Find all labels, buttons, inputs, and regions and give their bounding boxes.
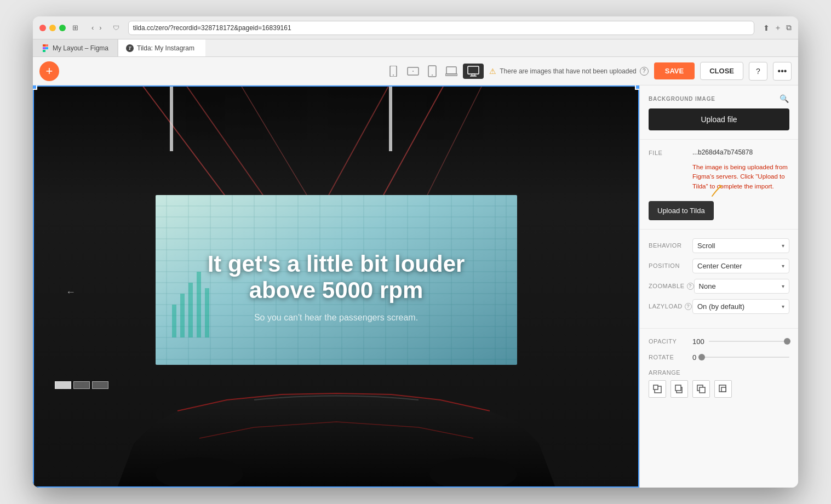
position-dropdown[interactable]: Center Center ▾ — [692, 259, 789, 273]
svg-rect-4 — [43, 50, 45, 52]
svg-point-10 — [432, 75, 433, 76]
behavior-section: BEHAVIOR Scroll ▾ POSITION Center Center… — [640, 230, 798, 329]
rotate-slider-thumb[interactable] — [698, 354, 705, 360]
question-button[interactable]: ? — [749, 62, 767, 81]
position-row: POSITION Center Center ▾ — [649, 259, 789, 273]
arrow-decoration-svg — [709, 182, 726, 199]
nav-buttons: ‹ › — [89, 22, 104, 33]
lazyload-help-icon[interactable]: ? — [685, 303, 692, 310]
behavior-dropdown[interactable]: Scroll ▾ — [692, 238, 789, 253]
main-content: It get's a little bit louder above 5000 … — [33, 85, 798, 488]
control-item-1 — [55, 381, 71, 389]
upload-file-button[interactable]: Upload file — [649, 108, 789, 130]
lazyload-row: LAZYLOAD ? On (by default) ▾ — [649, 299, 789, 314]
zoomable-help-icon[interactable]: ? — [687, 283, 694, 290]
minimize-traffic-light[interactable] — [49, 25, 56, 31]
zoomable-dropdown[interactable]: None ▾ — [694, 279, 789, 294]
canvas-area[interactable]: It get's a little bit louder above 5000 … — [33, 85, 639, 488]
svg-rect-3 — [45, 47, 48, 49]
url-text: tilda.cc/zero/?recordid=328718172&pageid… — [133, 24, 291, 32]
background-image-section: BACKGROUND IMAGE 🔍 Upload file — [640, 85, 798, 140]
arrange-bring-front-btn[interactable] — [649, 380, 666, 398]
back-btn[interactable]: ‹ — [89, 22, 96, 33]
car-body-svg — [90, 312, 583, 488]
arrange-icons-group — [649, 380, 789, 398]
traffic-lights — [39, 25, 66, 31]
sidebar-toggle-btn[interactable]: ⊞ — [70, 22, 81, 33]
svg-rect-14 — [472, 74, 475, 76]
zoomable-label-group: ZOOMABLE ? — [649, 283, 694, 290]
forward-btn[interactable]: › — [97, 22, 104, 33]
save-button[interactable]: SAVE — [654, 62, 695, 79]
upload-tilda-button[interactable]: Upload to Tilda — [649, 201, 714, 220]
warning-help-icon[interactable]: ? — [640, 67, 649, 76]
more-options-button[interactable]: ••• — [773, 62, 792, 81]
file-row: FILE ...b268d4a7b745878 — [649, 148, 789, 156]
svg-rect-69 — [700, 387, 705, 393]
bottom-controls-section: OPACITY 100 ROTATE 0 — [640, 329, 798, 406]
behavior-label: BEHAVIOR — [649, 242, 692, 249]
close-button[interactable]: CLOSE — [700, 62, 743, 80]
url-bar[interactable]: tilda.cc/zero/?recordid=328718172&pageid… — [128, 21, 754, 35]
chevron-down-icon: ▾ — [782, 243, 784, 249]
lazyload-label-group: LAZYLOAD ? — [649, 303, 692, 310]
svg-rect-1 — [45, 44, 48, 47]
svg-rect-13 — [468, 66, 479, 74]
svg-rect-12 — [445, 74, 457, 76]
zoomable-row: ZOOMABLE ? None ▾ — [649, 279, 789, 294]
svg-rect-15 — [470, 76, 477, 77]
rotate-slider[interactable] — [701, 357, 789, 358]
mobile-device-btn[interactable] — [385, 64, 402, 79]
svg-point-8 — [412, 71, 414, 72]
warning-icon: ⚠ — [489, 67, 496, 76]
svg-rect-65 — [654, 385, 658, 390]
tab-figma[interactable]: My Layout – Figma — [33, 39, 118, 56]
tilda-icon: T — [126, 44, 134, 52]
section-title-bg: BACKGROUND IMAGE 🔍 — [649, 94, 789, 103]
chevron-down-icon-3: ▾ — [782, 283, 784, 289]
tab-bar: My Layout – Figma T Tilda: My Instagram — [33, 39, 798, 57]
warning-text: There are images that have not been uplo… — [500, 67, 637, 75]
figma-icon — [42, 44, 49, 52]
share-btn[interactable]: ⬆ — [763, 24, 770, 32]
sub-headline: So you can't hear the passengers scream. — [185, 312, 488, 322]
opacity-slider-thumb[interactable] — [784, 338, 790, 345]
add-block-btn[interactable]: + — [39, 61, 59, 81]
maximize-traffic-light[interactable] — [59, 25, 66, 31]
tablet-portrait-btn[interactable] — [425, 63, 440, 79]
behavior-row: BEHAVIOR Scroll ▾ — [649, 238, 789, 253]
position-label: POSITION — [649, 262, 692, 269]
arrange-send-back-btn[interactable] — [714, 380, 732, 398]
arrange-section: ARRANGE — [649, 369, 789, 398]
opacity-label: OPACITY — [649, 338, 692, 345]
tab-tilda-label: Tilda: My Instagram — [137, 44, 194, 52]
window-btn[interactable]: ⧉ — [786, 23, 792, 32]
arrange-backward-btn[interactable] — [692, 380, 710, 398]
laptop-btn[interactable] — [442, 64, 461, 78]
file-info-section: FILE ...b268d4a7b745878 The image is bei… — [640, 140, 798, 230]
tab-tilda[interactable]: T Tilda: My Instagram — [118, 39, 205, 56]
upload-tilda-wrapper: Upload to Tilda — [649, 198, 714, 220]
svg-rect-67 — [675, 385, 681, 391]
desktop-btn[interactable] — [463, 64, 484, 79]
security-shield-icon: 🛡 — [113, 24, 119, 32]
close-traffic-light[interactable] — [39, 25, 46, 31]
opacity-value: 100 — [692, 337, 704, 346]
rotate-row: ROTATE 0 — [649, 353, 789, 362]
arrange-label: ARRANGE — [649, 369, 789, 376]
tablet-landscape-btn[interactable] — [404, 65, 422, 78]
upload-notice-text: The image is being uploaded from Figma's… — [692, 163, 789, 191]
lazyload-dropdown[interactable]: On (by default) ▾ — [692, 299, 789, 314]
rotate-label: ROTATE — [649, 354, 692, 360]
svg-rect-11 — [446, 67, 456, 74]
search-icon[interactable]: 🔍 — [780, 94, 789, 103]
opacity-slider[interactable] — [709, 341, 789, 342]
rotate-value-area: 0 — [692, 353, 789, 362]
chevron-down-icon-2: ▾ — [782, 263, 784, 269]
control-item-2 — [73, 381, 90, 389]
right-sidebar: BACKGROUND IMAGE 🔍 Upload file FILE ...b… — [639, 85, 798, 488]
file-label: FILE — [649, 148, 688, 156]
new-tab-btn[interactable]: ＋ — [774, 23, 782, 33]
canvas-text-overlay: It get's a little bit louder above 5000 … — [185, 251, 488, 323]
arrange-forward-btn[interactable] — [670, 380, 688, 398]
